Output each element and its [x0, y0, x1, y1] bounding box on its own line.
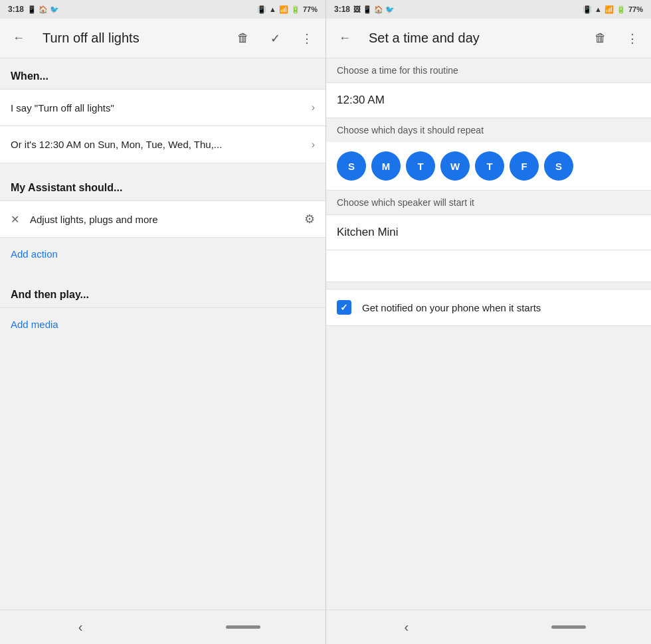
- status-left-2: 3:18 🖼 📱 🏠 🐦: [334, 5, 395, 14]
- back-button-2[interactable]: ←: [331, 25, 358, 52]
- status-time-1: 3:18: [8, 5, 24, 14]
- bottom-bar-2: ‹: [326, 609, 651, 644]
- time-trigger-text: Or it's 12:30 AM on Sun, Mon, Tue, Wed, …: [11, 139, 312, 150]
- day-tuesday[interactable]: T: [406, 151, 435, 181]
- back-nav-2[interactable]: ‹: [391, 614, 422, 640]
- wifi-icon-2: ▲: [595, 5, 602, 13]
- chevron-icon-1: ›: [312, 102, 315, 114]
- home-bar-2: [551, 625, 586, 629]
- status-bar-1: 3:18 📱 🏠 🐦 📳 ▲ 📶 🔋 77%: [0, 0, 326, 19]
- add-action-link[interactable]: Add action: [0, 238, 326, 270]
- time-trigger-item[interactable]: Or it's 12:30 AM on Sun, Mon, Tue, Wed, …: [0, 126, 326, 163]
- battery-icon-1: 🔋: [291, 5, 300, 14]
- delete-button-1[interactable]: 🗑: [230, 25, 256, 52]
- status-right-1: 📳 ▲ 📶 🔋 77%: [257, 5, 318, 14]
- say-trigger-text: I say "Turn off all lights": [11, 102, 312, 114]
- app-bar-2: ← Set a time and day 🗑 ⋮: [326, 19, 651, 58]
- day-sunday[interactable]: S: [337, 151, 366, 181]
- screen-1: 3:18 📱 🏠 🐦 📳 ▲ 📶 🔋 77% ← Turn off all li…: [0, 0, 326, 644]
- wifi-icon-1: ▲: [269, 5, 276, 13]
- app-bar-1: ← Turn off all lights 🗑 ✓ ⋮: [0, 19, 326, 58]
- back-button-1[interactable]: ←: [5, 25, 32, 52]
- vibrate-icon-2: 📳: [583, 5, 592, 14]
- days-row: S M T W T F S: [326, 142, 651, 191]
- day-monday[interactable]: M: [371, 151, 401, 181]
- check-mark: ✓: [340, 302, 348, 313]
- status-time-2: 3:18: [334, 5, 350, 14]
- chevron-icon-2: ›: [312, 139, 315, 151]
- spacer-row: [326, 250, 651, 282]
- action-text: Adjust lights, plugs and more: [30, 214, 304, 225]
- home-bar-1: [226, 625, 260, 629]
- media-header: And then play...: [0, 277, 326, 307]
- page-title-1: Turn off all lights: [43, 31, 225, 46]
- content-2: Choose a time for this routine 12:30 AM …: [326, 58, 651, 609]
- back-nav-1[interactable]: ‹: [65, 614, 96, 640]
- time-value: 12:30 AM: [337, 94, 385, 106]
- status-icons-2: 🖼 📱 🏠 🐦: [353, 5, 395, 14]
- speaker-value-row[interactable]: Kitchen Mini: [326, 214, 651, 250]
- notify-label: Get notified on your phone when it start…: [362, 302, 541, 313]
- status-right-2: 📳 ▲ 📶 🔋 77%: [583, 5, 643, 14]
- battery-icon-2: 🔋: [616, 5, 626, 14]
- action-item[interactable]: ✕ Adjust lights, plugs and more ⚙: [0, 201, 326, 238]
- battery-level-1: 77%: [303, 5, 318, 13]
- more-button-2[interactable]: ⋮: [619, 25, 646, 52]
- day-wednesday[interactable]: W: [440, 151, 470, 181]
- battery-level-2: 77%: [628, 5, 643, 13]
- gear-icon-action[interactable]: ⚙: [304, 212, 315, 226]
- add-media-link[interactable]: Add media: [0, 308, 326, 341]
- content-1: When... I say "Turn off all lights" › Or…: [0, 58, 326, 609]
- notify-row[interactable]: ✓ Get notified on your phone when it sta…: [326, 289, 651, 326]
- day-thursday[interactable]: T: [475, 151, 504, 181]
- time-value-row[interactable]: 12:30 AM: [326, 82, 651, 118]
- speaker-value: Kitchen Mini: [337, 226, 399, 238]
- days-section-label: Choose which days it should repeat: [326, 118, 651, 142]
- bottom-bar-1: ‹: [0, 609, 326, 644]
- when-header: When...: [0, 58, 326, 89]
- vibrate-icon-1: 📳: [257, 5, 266, 14]
- check-button-1[interactable]: ✓: [262, 25, 288, 52]
- screen-2: 3:18 🖼 📱 🏠 🐦 📳 ▲ 📶 🔋 77% ← Set a time an…: [326, 0, 651, 644]
- more-button-1[interactable]: ⋮: [294, 25, 320, 52]
- day-friday[interactable]: F: [510, 151, 539, 181]
- page-title-2: Set a time and day: [369, 31, 582, 46]
- status-left-1: 3:18 📱 🏠 🐦: [8, 5, 59, 14]
- status-bar-2: 3:18 🖼 📱 🏠 🐦 📳 ▲ 📶 🔋 77%: [326, 0, 651, 19]
- status-icons-1: 📱 🏠 🐦: [27, 5, 59, 14]
- assistant-header: My Assistant should...: [0, 170, 326, 201]
- say-trigger-item[interactable]: I say "Turn off all lights" ›: [0, 89, 326, 126]
- signal-icon-1: 📶: [279, 5, 288, 14]
- speaker-section-label: Choose which speaker will start it: [326, 191, 651, 214]
- day-saturday[interactable]: S: [544, 151, 573, 181]
- signal-icon-2: 📶: [604, 5, 614, 14]
- delete-button-2[interactable]: 🗑: [587, 25, 614, 52]
- time-section-label: Choose a time for this routine: [326, 58, 651, 82]
- close-icon-action: ✕: [11, 213, 19, 226]
- notify-checkbox[interactable]: ✓: [337, 300, 351, 315]
